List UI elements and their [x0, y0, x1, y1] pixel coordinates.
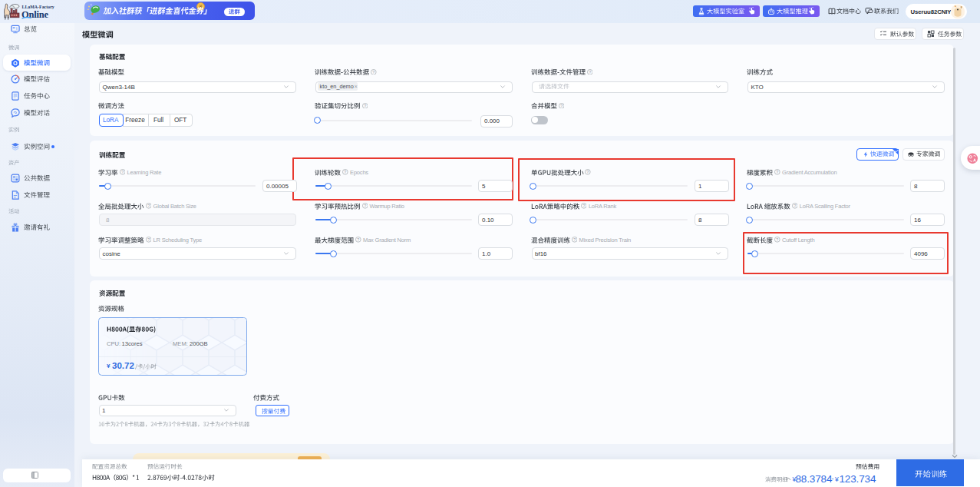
- svg-text:?: ?: [776, 170, 778, 174]
- svg-text:?: ?: [147, 237, 150, 242]
- svg-text:?: ?: [589, 70, 591, 75]
- svg-text:?: ?: [147, 204, 150, 208]
- svg-text:?: ?: [794, 204, 796, 208]
- svg-text:?: ?: [582, 204, 585, 208]
- svg-text:?: ?: [357, 237, 359, 242]
- svg-text:?: ?: [364, 204, 366, 208]
- svg-text:?: ?: [372, 70, 375, 75]
- svg-text:?: ?: [364, 104, 366, 108]
- svg-text:?: ?: [560, 104, 563, 108]
- svg-text:?: ?: [573, 237, 576, 242]
- svg-text:?: ?: [121, 170, 124, 174]
